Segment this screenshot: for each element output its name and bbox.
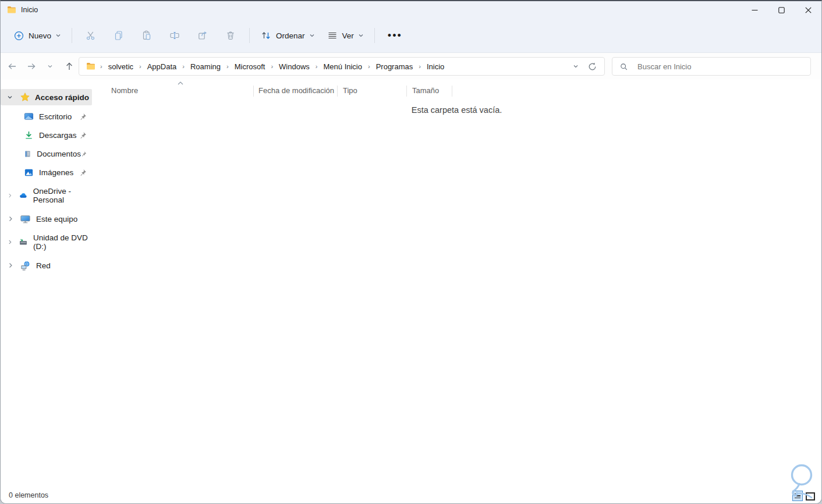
empty-folder-message: Esta carpeta está vacía.: [92, 105, 821, 115]
sidebar-item-quick-access[interactable]: Acceso rápido: [1, 89, 92, 105]
ellipsis-icon: •••: [388, 30, 402, 42]
search-box[interactable]: [612, 57, 811, 76]
view-button[interactable]: Ver: [321, 25, 370, 46]
list-lines-icon: [327, 30, 338, 41]
navigation-buttons: [1, 58, 79, 74]
close-icon: [805, 7, 812, 13]
address-bar[interactable]: › solvetic › AppData › Roaming › Microso…: [79, 57, 605, 76]
breadcrumb: › solvetic › AppData › Roaming › Microso…: [95, 61, 572, 73]
sidebar-item-documents[interactable]: Documentos: [1, 144, 92, 163]
new-button-label: Nuevo: [29, 31, 51, 40]
sidebar-item-desktop[interactable]: Escritorio: [1, 107, 92, 126]
column-header-size[interactable]: Tamaño: [412, 86, 439, 95]
pin-icon[interactable]: [79, 132, 87, 139]
sort-ascending-icon: [176, 80, 185, 86]
sidebar-item-this-pc[interactable]: Este equipo: [1, 207, 92, 230]
copy-button[interactable]: [105, 25, 133, 46]
refresh-icon[interactable]: [587, 62, 597, 72]
breadcrumb-separator: ›: [222, 63, 233, 70]
sort-arrows-icon: [260, 30, 272, 41]
window-title: Inicio: [21, 6, 38, 14]
chevron-collapsed-icon[interactable]: [7, 192, 13, 199]
details-view-button[interactable]: [792, 491, 803, 501]
monitor-icon: [20, 214, 31, 225]
arrow-up-icon: [64, 61, 75, 72]
onedrive-cloud-icon: [19, 190, 28, 201]
column-header-date-modified[interactable]: Fecha de modificación: [258, 86, 334, 95]
column-divider[interactable]: [452, 86, 452, 97]
chevron-collapsed-icon[interactable]: [7, 215, 14, 222]
sidebar-item-dvd-drive[interactable]: Unidad de DVD (D:): [1, 230, 92, 254]
clipboard-icon: [141, 30, 153, 41]
breadcrumb-separator: ›: [178, 63, 189, 70]
search-input[interactable]: [636, 62, 803, 72]
pin-icon[interactable]: [81, 150, 87, 158]
forward-button[interactable]: [23, 58, 40, 74]
breadcrumb-item[interactable]: Programas: [375, 61, 414, 73]
column-header-type[interactable]: Tipo: [343, 86, 357, 95]
pin-icon[interactable]: [79, 113, 87, 120]
large-icons-view-button[interactable]: [806, 492, 815, 501]
sidebar-item-onedrive[interactable]: OneDrive - Personal: [1, 184, 92, 207]
chevron-down-icon: [47, 63, 54, 70]
share-button[interactable]: [189, 25, 217, 46]
sort-button[interactable]: Ordenar: [254, 25, 321, 46]
breadcrumb-item[interactable]: AppData: [146, 61, 178, 73]
folder-icon: [86, 62, 95, 71]
cut-button[interactable]: [77, 25, 105, 46]
minimize-button[interactable]: [741, 1, 768, 19]
column-divider[interactable]: [406, 86, 407, 97]
desktop-icon: [24, 112, 34, 122]
breadcrumb-item[interactable]: Windows: [278, 61, 311, 73]
toolbar-divider: [249, 28, 250, 43]
up-button[interactable]: [61, 58, 77, 74]
view-toggles: [792, 491, 815, 501]
search-icon: [619, 62, 628, 71]
status-bar: 0 elementos: [1, 487, 821, 503]
new-button[interactable]: Nuevo: [8, 25, 67, 46]
more-options-button[interactable]: •••: [380, 25, 410, 46]
breadcrumb-item[interactable]: Menú Inicio: [323, 61, 363, 73]
back-button[interactable]: [4, 58, 20, 74]
download-icon: [24, 130, 34, 140]
breadcrumb-item[interactable]: Inicio: [426, 61, 445, 73]
sidebar-item-label: Este equipo: [36, 215, 77, 223]
file-explorer-window: Inicio Nuevo: [0, 0, 822, 504]
address-row: › solvetic › AppData › Roaming › Microso…: [1, 53, 821, 80]
breadcrumb-separator: ›: [95, 63, 107, 70]
rename-icon: [169, 30, 180, 41]
paste-button[interactable]: [133, 25, 161, 46]
sidebar-groups: OneDrive - Personal Este equipo: [1, 184, 92, 277]
column-divider[interactable]: [337, 86, 338, 97]
sidebar-item-label: Imágenes: [39, 168, 73, 177]
sidebar-item-label: OneDrive - Personal: [33, 187, 92, 204]
breadcrumb-item[interactable]: Roaming: [189, 61, 222, 73]
sidebar-item-network[interactable]: Red: [1, 254, 92, 277]
rename-button[interactable]: [161, 25, 189, 46]
sidebar-item-downloads[interactable]: Descargas: [1, 126, 92, 144]
sidebar-item-pictures[interactable]: Imágenes: [1, 163, 92, 182]
document-icon: [24, 149, 31, 159]
maximize-button[interactable]: [768, 1, 795, 19]
breadcrumb-separator: ›: [311, 63, 323, 70]
breadcrumb-separator: ›: [266, 63, 278, 70]
pin-icon[interactable]: [79, 169, 87, 176]
recent-locations-button[interactable]: [42, 58, 58, 74]
delete-button[interactable]: [217, 25, 245, 46]
breadcrumb-item[interactable]: solvetic: [107, 61, 134, 73]
address-bar-actions: [572, 62, 600, 72]
column-divider[interactable]: [253, 86, 254, 97]
chevron-expanded-icon[interactable]: [5, 94, 15, 101]
close-button[interactable]: [795, 1, 821, 19]
column-header-name[interactable]: Nombre: [111, 86, 138, 95]
folder-icon: [7, 5, 16, 15]
address-dropdown-button[interactable]: [572, 63, 579, 70]
chevron-collapsed-icon[interactable]: [7, 239, 13, 246]
breadcrumb-separator: ›: [134, 63, 146, 70]
breadcrumb-item[interactable]: Microsoft: [233, 61, 267, 73]
chevron-down-icon: [55, 33, 61, 38]
title-bar: Inicio: [1, 1, 821, 19]
copy-icon: [113, 30, 125, 41]
chevron-collapsed-icon[interactable]: [7, 262, 14, 269]
minimize-icon: [752, 7, 758, 13]
